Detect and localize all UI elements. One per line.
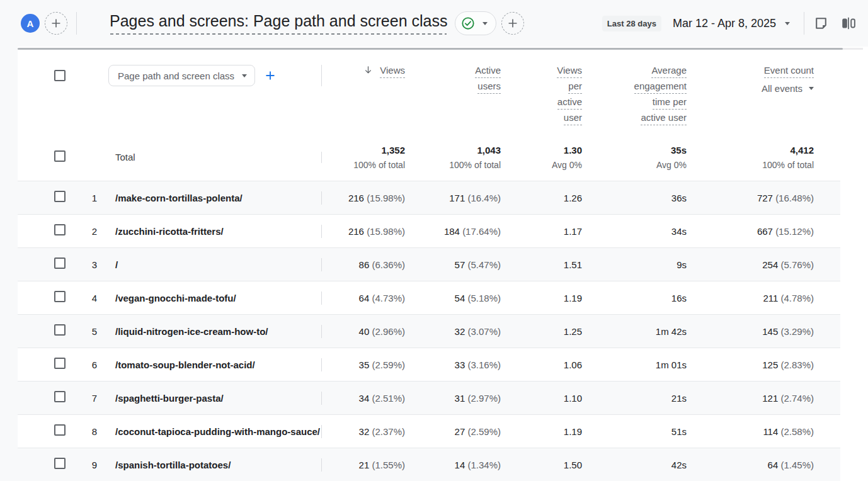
report-status-dropdown[interactable]: [455, 11, 496, 35]
total-label: Total: [115, 152, 135, 162]
row-rank: 6: [67, 359, 103, 370]
row-rank: 5: [67, 326, 103, 337]
table-row: 2 /zucchini-ricotta-fritters/ 216 (15.98…: [18, 214, 840, 247]
chevron-down-icon: [242, 74, 247, 77]
cell-views: 64 (4.73%): [322, 293, 413, 303]
cell-views-per-user: 1.50: [508, 460, 590, 470]
chevron-down-icon: [785, 22, 790, 25]
cell-event-count: 125 (2.83%): [694, 359, 840, 370]
cell-active-users: 27 (2.59%): [413, 426, 508, 437]
avatar[interactable]: A: [21, 14, 40, 33]
table-row: 7 /spaghetti-burger-pasta/ 34 (2.51%) 31…: [18, 381, 840, 414]
page-path-link[interactable]: /: [115, 259, 118, 270]
cell-avg-engagement: 34s: [590, 226, 694, 237]
cell-views-per-user: 1.10: [508, 393, 590, 404]
note-icon: [813, 16, 829, 31]
cell-views-per-user: 1.06: [508, 359, 590, 370]
cell-views: 32 (2.37%): [322, 426, 413, 437]
row-checkbox[interactable]: [54, 257, 66, 269]
select-all-checkbox[interactable]: [54, 70, 66, 81]
table-body: 1 /make-corn-tortillas-polenta/ 216 (15.…: [18, 181, 840, 481]
total-active-users: 1,043: [413, 145, 501, 156]
row-rank: 9: [67, 460, 103, 470]
page-title[interactable]: Pages and screens: Page path and screen …: [110, 12, 447, 35]
date-range-selector[interactable]: Mar 12 - Apr 8, 2025: [668, 17, 795, 30]
cell-views-per-user: 1.19: [508, 293, 590, 303]
total-views: 1,352: [322, 145, 405, 156]
row-checkbox[interactable]: [54, 424, 66, 436]
table-row: 1 /make-corn-tortillas-polenta/ 216 (15.…: [18, 181, 840, 214]
comparisons-panel-button[interactable]: [838, 13, 859, 34]
date-range-label: Mar 12 - Apr 8, 2025: [673, 17, 776, 30]
page-path-link[interactable]: /zucchini-ricotta-fritters/: [115, 226, 224, 237]
row-checkbox[interactable]: [54, 324, 66, 336]
cell-views: 40 (2.96%): [322, 326, 413, 337]
page-path-link[interactable]: /make-corn-tortillas-polenta/: [115, 193, 243, 203]
data-table: Page path and screen class Views: [18, 52, 840, 481]
cell-event-count: 667 (15.12%): [694, 226, 840, 237]
total-row-checkbox[interactable]: [54, 150, 66, 162]
cell-avg-engagement: 21s: [590, 393, 694, 404]
report-table-card: Page path and screen class Views: [18, 47, 868, 481]
page-path-link[interactable]: /spaghetti-burger-pasta/: [115, 393, 224, 404]
add-dimension-button[interactable]: [263, 68, 278, 83]
cell-avg-engagement: 1m 01s: [590, 359, 694, 370]
cell-avg-engagement: 1m 42s: [590, 326, 694, 337]
table-row: 5 /liquid-nitrogen-ice-cream-how-to/ 40 …: [18, 314, 840, 348]
dimension-selector-label: Page path and screen class: [118, 71, 234, 81]
cell-views-per-user: 1.26: [508, 193, 590, 203]
column-header-avg-engagement-time[interactable]: Average engagement time per active user: [590, 65, 694, 128]
table-row: 9 /spanish-tortilla-potatoes/ 21 (1.55%)…: [18, 448, 840, 481]
page-path-link[interactable]: /tomato-soup-blender-not-acid/: [115, 359, 255, 370]
chevron-down-icon: [483, 22, 488, 25]
row-rank: 1: [67, 193, 103, 203]
row-rank: 2: [67, 226, 103, 237]
row-checkbox[interactable]: [54, 391, 66, 402]
row-rank: 7: [67, 393, 103, 404]
row-rank: 8: [67, 426, 103, 437]
cell-views-per-user: 1.19: [508, 426, 590, 437]
divider: [804, 12, 804, 35]
add-comparison-button[interactable]: [501, 12, 524, 35]
cell-views-per-user: 1.17: [508, 226, 590, 237]
dimension-selector[interactable]: Page path and screen class: [108, 65, 255, 86]
cell-active-users: 57 (5.47%): [413, 259, 508, 270]
cell-avg-engagement: 51s: [590, 426, 694, 437]
table-total-row: Total 1,352 100% of total 1,043 100% of …: [18, 134, 840, 181]
cell-event-count: 114 (2.58%): [694, 426, 840, 437]
event-filter-dropdown[interactable]: All events: [762, 83, 814, 94]
horizontal-scrollbar[interactable]: [18, 47, 868, 52]
row-checkbox[interactable]: [54, 224, 66, 235]
cell-avg-engagement: 9s: [590, 259, 694, 270]
plus-icon: [506, 17, 519, 30]
table-row: 3 / 86 (6.36%) 57 (5.47%) 1.51 9s 254 (5…: [18, 247, 840, 281]
cell-active-users: 33 (3.16%): [413, 359, 508, 370]
add-audience-button[interactable]: [45, 12, 67, 35]
scrollbar-thumb[interactable]: [18, 48, 843, 50]
column-header-event-count[interactable]: Event count All events: [694, 65, 840, 94]
page-path-link[interactable]: /liquid-nitrogen-ice-cream-how-to/: [115, 326, 268, 337]
cell-event-count: 254 (5.76%): [694, 259, 840, 270]
insights-note-button[interactable]: [811, 13, 831, 34]
cell-views: 216 (15.98%): [322, 193, 413, 203]
date-preset-badge: Last 28 days: [602, 16, 661, 31]
row-checkbox[interactable]: [54, 458, 66, 469]
table-row: 8 /coconut-tapioca-pudding-with-mango-sa…: [18, 414, 840, 448]
row-rank: 4: [67, 293, 103, 303]
page-path-link[interactable]: /spanish-tortilla-potatoes/: [115, 460, 231, 470]
total-avg-engagement: 35s: [590, 145, 687, 156]
report-header: A Pages and screens: Page path and scree…: [0, 0, 868, 47]
cell-event-count: 121 (2.74%): [694, 393, 840, 404]
cell-event-count: 64 (1.45%): [694, 460, 840, 470]
row-checkbox[interactable]: [54, 291, 66, 302]
cell-active-users: 171 (16.4%): [413, 193, 508, 203]
row-checkbox[interactable]: [54, 358, 66, 369]
divider: [76, 12, 77, 35]
column-header-views[interactable]: Views: [322, 65, 413, 82]
page-path-link[interactable]: /vegan-gnocchi-made-tofu/: [115, 293, 236, 303]
cell-event-count: 145 (3.29%): [694, 326, 840, 337]
page-path-link[interactable]: /coconut-tapioca-pudding-with-mango-sauc…: [115, 426, 320, 437]
column-header-views-per-active-user[interactable]: Views per active user: [508, 65, 590, 128]
row-checkbox[interactable]: [54, 191, 66, 202]
column-header-active-users[interactable]: Active users: [413, 65, 508, 96]
